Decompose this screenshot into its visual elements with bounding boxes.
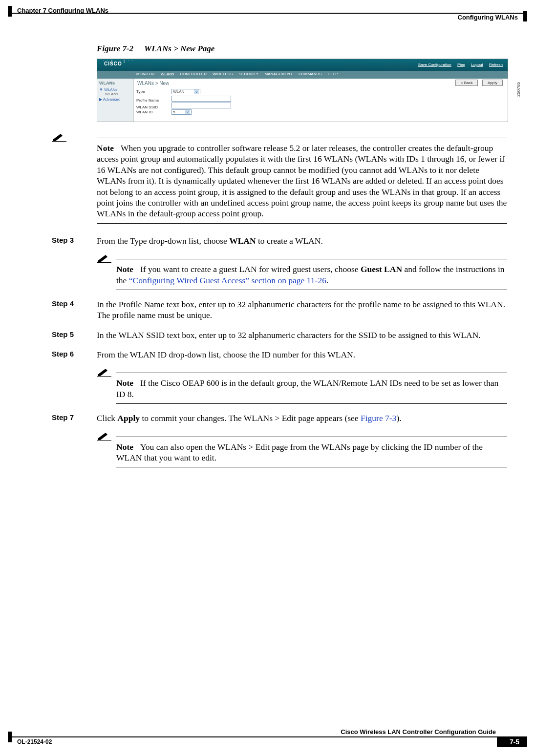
- step-4: Step 4 In the Profile Name text box, ent…: [97, 299, 507, 321]
- step-text-bold: WLAN: [229, 236, 256, 246]
- footer-tab-left: [8, 732, 12, 742]
- ss-nav-help[interactable]: HELP: [328, 72, 338, 76]
- header-tab-right: [523, 11, 527, 21]
- chevron-down-icon: v: [185, 110, 190, 114]
- ss-apply-button[interactable]: Apply: [482, 80, 503, 86]
- svg-marker-4: [98, 369, 107, 377]
- note-rule-bottom: [116, 290, 507, 290]
- ss-nav-management[interactable]: MANAGEMENT: [264, 72, 292, 76]
- figure-number: Figure 7-2: [97, 44, 133, 53]
- ss-back-button[interactable]: < Back: [455, 80, 478, 86]
- note-rule-bottom: [116, 467, 507, 467]
- ss-nav-monitor[interactable]: MONITOR: [136, 72, 155, 76]
- note-label: Note: [97, 143, 114, 153]
- step-link[interactable]: Figure 7-3: [361, 413, 396, 423]
- ss-row-id: WLAN ID 5v: [136, 109, 508, 116]
- ss-id-select[interactable]: 5v: [171, 109, 191, 115]
- page-header: Chapter 7 Configuring WLANs Configuring …: [0, 0, 535, 20]
- ss-buttons: < Back Apply: [452, 80, 503, 86]
- ss-row-type: Type WLANv: [136, 89, 508, 96]
- step-7: Step 7 Click Apply to commit your change…: [97, 413, 507, 467]
- ss-side-wlans-label: WLANs: [104, 87, 117, 92]
- note-rule-bottom: [97, 223, 507, 224]
- ss-type-select[interactable]: WLANv: [171, 89, 200, 94]
- ss-topbar: · · | · · | · · CISCO Save Configuration…: [97, 59, 508, 71]
- figure-screenshot: · · | · · | · · CISCO Save Configuration…: [97, 59, 508, 122]
- ss-ssid-label: WLAN SSID: [136, 105, 171, 109]
- ss-side-advanced[interactable]: ▶ Advanced: [99, 97, 131, 102]
- note-rule-top: [116, 437, 507, 437]
- ss-row-ssid: WLAN SSID: [136, 103, 508, 109]
- note-text-bold: Guest LAN: [361, 264, 402, 274]
- ss-profile-label: Profile Name: [136, 98, 171, 103]
- ss-save-link[interactable]: Save Configuration: [418, 63, 451, 67]
- note-link[interactable]: “Configuring Wired Guest Access” section…: [129, 275, 326, 285]
- step-text: In the Profile Name text box, enter up t…: [97, 299, 505, 320]
- ss-side-advanced-label: Advanced: [103, 97, 121, 102]
- ss-side-wlans-sub[interactable]: WLANs: [105, 92, 131, 96]
- content-column: Figure 7-2 WLANs > New Page · · | · · | …: [97, 44, 507, 467]
- note-rule-top: [116, 259, 507, 259]
- pencil-icon: [97, 368, 111, 379]
- figure-label: Figure 7-2 WLANs > New Page: [97, 44, 507, 54]
- note-rule-top: [116, 373, 507, 373]
- footer-rule: [8, 736, 527, 737]
- note-main: NoteWhen you upgrade to controller softw…: [97, 133, 507, 224]
- step-text-pre: Click: [97, 413, 117, 423]
- ss-profile-input[interactable]: [171, 96, 231, 102]
- step-6: Step 6 From the WLAN ID drop-down list, …: [97, 349, 507, 404]
- footer-doc-number: OL-21524-02: [17, 738, 52, 745]
- ss-logo: CISCO: [104, 61, 122, 66]
- ss-nav-commands[interactable]: COMMANDS: [299, 72, 322, 76]
- header-rule: [8, 13, 527, 14]
- ss-ping-link[interactable]: Ping: [457, 63, 465, 67]
- ss-nav-security[interactable]: SECURITY: [239, 72, 258, 76]
- ss-form: Type WLANv Profile Name WLAN SSID WL: [136, 89, 508, 116]
- ss-nav-wlans[interactable]: WLANs: [161, 72, 174, 76]
- ss-body: WLANs ▼ WLANs WLANs ▶ Advanced < Back Ap…: [97, 79, 508, 122]
- step-number: Step 3: [52, 235, 74, 245]
- ss-sidebar: WLANs ▼ WLANs WLANs ▶ Advanced: [97, 79, 134, 122]
- step-text: In the WLAN SSID text box, enter up to 3…: [97, 330, 481, 340]
- ss-side-heading: WLANs: [99, 81, 131, 85]
- step-text-bold: Apply: [117, 413, 140, 423]
- step-7-note: NoteYou can also open the WLANs > Edit p…: [116, 432, 507, 468]
- ss-side-wlans[interactable]: ▼ WLANs: [99, 87, 131, 92]
- svg-marker-0: [53, 134, 63, 142]
- step-number: Step 4: [52, 299, 74, 308]
- figure-image-id: 250765: [516, 82, 521, 97]
- ss-navbar: MONITOR WLANs CONTROLLER WIRELESS SECURI…: [97, 71, 508, 79]
- svg-marker-6: [98, 433, 107, 441]
- note-body: NoteWhen you upgrade to controller softw…: [97, 133, 507, 219]
- steps: Step 3 From the Type drop-down list, cho…: [97, 235, 507, 468]
- step-text-mid: to commit your changes. The WLANs > Edit…: [140, 413, 361, 423]
- ss-refresh-link[interactable]: Refresh: [489, 63, 503, 67]
- ss-type-value: WLAN: [173, 89, 184, 94]
- step-6-note: NoteIf the Cisco OEAP 600 is in the defa…: [116, 368, 507, 404]
- ss-nav-controller[interactable]: CONTROLLER: [180, 72, 207, 76]
- ss-nav-wireless[interactable]: WIRELESS: [213, 72, 233, 76]
- note-rule-top: [97, 138, 507, 138]
- ss-id-label: WLAN ID: [136, 110, 171, 114]
- ss-logout-link[interactable]: Logout: [471, 63, 483, 67]
- note-text-end: .: [326, 275, 328, 285]
- footer-guide-title: Cisco Wireless LAN Controller Configurat…: [341, 728, 496, 735]
- ss-row-profile: Profile Name: [136, 96, 508, 103]
- page: Chapter 7 Configuring WLANs Configuring …: [0, 0, 535, 756]
- chevron-down-icon: v: [194, 89, 199, 94]
- footer-arrow-block: [497, 736, 502, 747]
- note-text-pre: If you want to create a guest LAN for wi…: [140, 264, 361, 274]
- note-label: Note: [116, 378, 133, 388]
- ss-top-links: Save Configuration Ping Logout Refresh: [413, 63, 503, 67]
- step-text-post: to create a WLAN.: [256, 236, 323, 246]
- step-3: Step 3 From the Type drop-down list, cho…: [97, 235, 507, 290]
- step-number: Step 7: [52, 413, 74, 422]
- step-3-note: NoteIf you want to create a guest LAN fo…: [116, 254, 507, 290]
- note-rule-bottom: [116, 403, 507, 404]
- step-5: Step 5 In the WLAN SSID text box, enter …: [97, 330, 507, 340]
- ss-ssid-input[interactable]: [171, 103, 231, 108]
- ss-id-value: 5: [173, 110, 175, 114]
- pencil-icon: [97, 432, 111, 443]
- note-text: You can also open the WLANs > Edit page …: [116, 442, 483, 462]
- step-number: Step 6: [52, 349, 74, 358]
